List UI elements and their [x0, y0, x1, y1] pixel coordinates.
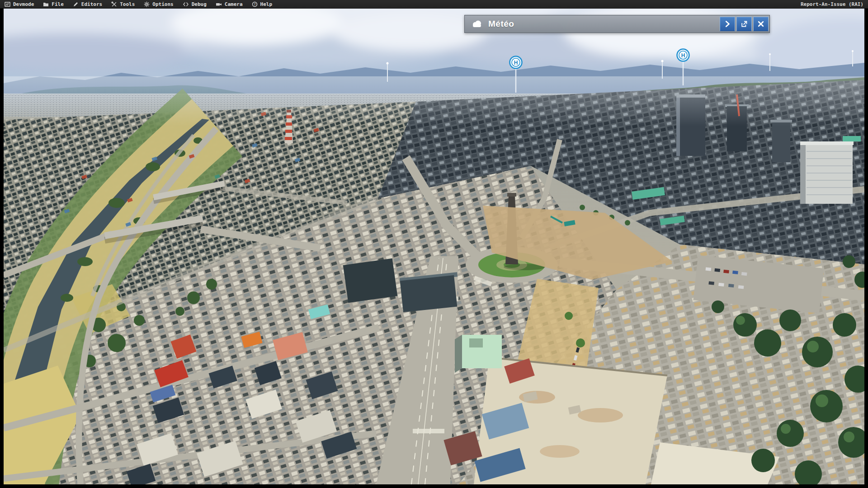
menu-item-help[interactable]: ? Help [247, 0, 277, 8]
close-button[interactable] [753, 17, 769, 31]
devmode-icon [5, 1, 10, 7]
cloud-icon [471, 19, 483, 28]
menu-item-label: Debug [192, 1, 207, 7]
menu-item-options[interactable]: Options [139, 0, 178, 8]
menu-item-editors[interactable]: Editors [68, 0, 107, 8]
wrench-icon [111, 1, 117, 7]
menu-item-devmode[interactable]: Devmode [0, 0, 38, 8]
folder-icon [43, 1, 49, 7]
helipad-letter: H [681, 52, 685, 59]
menu-item-label: File [52, 1, 64, 7]
close-icon [756, 19, 766, 29]
horizon-haze [4, 76, 864, 126]
weather-window-titlebar[interactable]: Météo [464, 15, 770, 33]
menu-item-label: Options [152, 1, 173, 7]
expand-button[interactable] [720, 17, 735, 31]
undock-button[interactable] [736, 17, 752, 31]
svg-text:?: ? [254, 3, 255, 6]
weather-window-title: Météo [488, 19, 514, 29]
menu-item-label: Editors [81, 1, 102, 7]
gear-icon [144, 1, 150, 7]
code-icon [183, 1, 189, 7]
scene-3d-viewport[interactable]: H H [4, 9, 864, 484]
chevron-right-icon [722, 19, 732, 29]
menu-item-label: Devmode [13, 1, 34, 7]
camera-icon [216, 1, 222, 7]
menu-item-camera[interactable]: Camera [211, 0, 247, 8]
menu-item-label: Camera [225, 1, 243, 7]
menu-item-debug[interactable]: Debug [178, 0, 211, 8]
report-an-issue-button[interactable]: Report-An-Issue (RAI) [796, 1, 868, 7]
dev-menu-bar: Devmode File Editors Tools Options Debug [0, 0, 868, 9]
helipad-letter: H [514, 60, 518, 66]
help-icon: ? [252, 1, 258, 7]
menu-item-label: Help [260, 1, 273, 7]
menu-item-file[interactable]: File [38, 0, 68, 8]
undock-icon [739, 19, 749, 29]
menu-item-tools[interactable]: Tools [107, 0, 139, 8]
menu-item-label: Tools [120, 1, 135, 7]
pencil-icon [73, 1, 79, 7]
aerial-city-scene: H H [4, 9, 864, 484]
